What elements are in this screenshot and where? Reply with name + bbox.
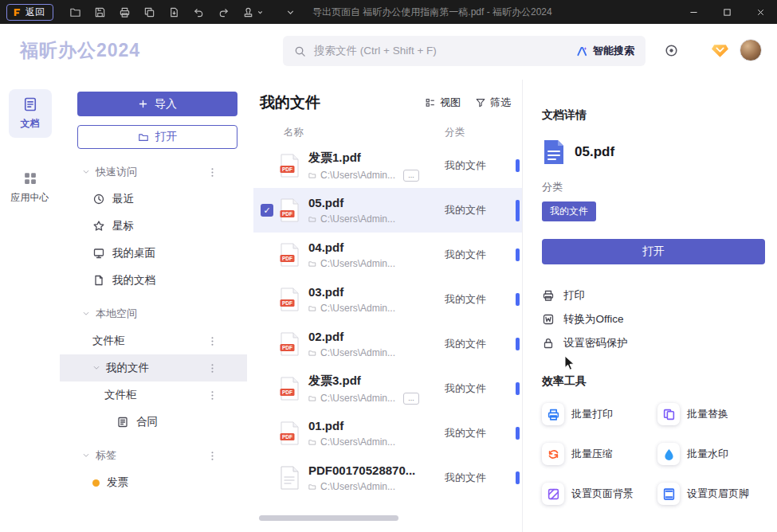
file-row[interactable]: PDF04.pdfC:\Users\Admin...我的文件 xyxy=(253,233,522,277)
file-category: 我的文件 xyxy=(445,337,486,351)
tree-label: 我的桌面 xyxy=(112,246,155,260)
settings-gear-icon[interactable] xyxy=(664,43,679,58)
print-icon[interactable] xyxy=(112,0,137,24)
back-button[interactable]: 返回 xyxy=(6,4,53,21)
category-tag[interactable]: 我的文件 xyxy=(542,201,596,221)
copy-pages-icon[interactable] xyxy=(137,0,162,24)
file-row[interactable]: PDF02.pdfC:\Users\Admin...我的文件 xyxy=(253,322,522,366)
filter-button[interactable]: 筛选 xyxy=(475,96,511,110)
tag-color-dot xyxy=(92,479,100,487)
action-lock[interactable]: 设置密码保护 xyxy=(542,331,764,355)
file-meta: 05.pdfC:\Users\Admin... xyxy=(308,196,395,225)
open-button[interactable]: 打开 xyxy=(77,125,237,149)
file-list-header: 我的文件 视图 筛选 xyxy=(253,80,522,113)
tree-item-3[interactable]: 我的桌面 xyxy=(60,240,247,267)
tree-label: 合同 xyxy=(136,415,158,429)
details-file: 05.pdf xyxy=(542,139,764,166)
search-placeholder: 搜索文件 (Ctrl + Shift + F) xyxy=(314,44,568,58)
tree-item-4[interactable]: 我的文档 xyxy=(60,267,247,294)
details-header: 文档详情 xyxy=(542,108,764,123)
action-word[interactable]: 转换为Office xyxy=(542,307,764,331)
path-more-button[interactable]: ... xyxy=(403,393,419,405)
horizontal-scrollbar[interactable] xyxy=(259,515,398,521)
header-footer-icon xyxy=(657,483,680,505)
file-row[interactable]: PDF01.pdfC:\Users\Admin...我的文件 xyxy=(253,411,522,456)
contract-icon xyxy=(116,416,129,428)
more-options-icon[interactable] xyxy=(206,389,218,401)
file-path: C:\Users\Admin...... xyxy=(308,170,419,182)
more-options-icon[interactable] xyxy=(206,362,218,374)
lock-icon xyxy=(542,337,555,350)
tree-section-5[interactable]: 本地空间 xyxy=(60,300,247,327)
user-avatar[interactable] xyxy=(740,39,762,61)
tree-item-11[interactable]: 发票 xyxy=(60,469,247,496)
smart-search-button[interactable]: 智能搜索 xyxy=(576,44,634,58)
toolbar-expand-icon[interactable] xyxy=(278,0,303,24)
tool-label: 设置页眉页脚 xyxy=(687,487,749,501)
tree-item-1[interactable]: 最近 xyxy=(60,186,247,213)
more-options-icon[interactable] xyxy=(206,450,218,462)
tool-batch-watermark[interactable]: 批量水印 xyxy=(657,443,773,465)
header: 福昕办公2024 搜索文件 (Ctrl + Shift + F) 智能搜索 xyxy=(0,24,777,80)
foxit-logo-icon xyxy=(13,8,22,17)
titlebar: 返回 导出页面自 福昕办公使用指南第一稿.pdf - 福昕办公2024 xyxy=(0,0,777,24)
desktop-icon xyxy=(92,247,105,260)
tool-header-footer[interactable]: 设置页眉页脚 xyxy=(657,483,773,505)
search-bar[interactable]: 搜索文件 (Ctrl + Shift + F) 智能搜索 xyxy=(283,36,646,66)
tree-label: 发票 xyxy=(107,475,128,490)
file-row[interactable]: PDF发票3.pdfC:\Users\Admin......我的文件 xyxy=(253,366,522,411)
file-row[interactable]: PDF发票1.pdfC:\Users\Admin......我的文件 xyxy=(253,143,522,188)
back-label: 返回 xyxy=(26,6,45,19)
chevron-down-icon xyxy=(82,310,90,318)
tool-batch-replace[interactable]: 批量替换 xyxy=(657,403,773,425)
tree-section-10[interactable]: 标签 xyxy=(60,442,247,469)
export-page-icon[interactable] xyxy=(162,0,186,24)
rail-item-documents[interactable]: 文档 xyxy=(9,89,52,138)
tool-batch-print[interactable]: 批量打印 xyxy=(542,403,657,425)
tool-label: 批量水印 xyxy=(687,447,728,461)
file-path-text: C:\Users\Admin... xyxy=(320,393,395,404)
action-label: 打印 xyxy=(563,288,585,303)
tree-item-8[interactable]: 文件柜 xyxy=(60,381,247,409)
file-category: 我的文件 xyxy=(445,248,486,262)
tree-label: 快速访问 xyxy=(96,165,137,179)
close-button[interactable] xyxy=(744,0,777,24)
tree-label: 我的文档 xyxy=(112,273,155,288)
file-name: 02.pdf xyxy=(308,330,395,343)
undo-icon[interactable] xyxy=(186,0,211,24)
tree-item-9[interactable]: 合同 xyxy=(60,409,247,436)
rail-item-app-center[interactable]: 应用中心 xyxy=(9,163,52,212)
file-row[interactable]: ✓PDF05.pdfC:\Users\Admin...我的文件 xyxy=(253,188,522,233)
folder-small-icon xyxy=(308,483,316,491)
vip-badge-icon[interactable] xyxy=(711,42,729,59)
checkbox-checked-icon[interactable]: ✓ xyxy=(261,204,273,217)
document-icon xyxy=(22,96,38,112)
maximize-button[interactable] xyxy=(710,0,744,24)
tool-page-background[interactable]: 设置页面背景 xyxy=(542,483,657,505)
file-row[interactable]: PDF00170528870...C:\Users\Admin...我的文件 xyxy=(253,456,522,500)
minimize-button[interactable] xyxy=(677,0,710,24)
file-name: 03.pdf xyxy=(308,285,395,299)
view-button[interactable]: 视图 xyxy=(425,96,461,110)
tree-item-7[interactable]: 我的文件 xyxy=(60,354,247,381)
save-icon[interactable] xyxy=(88,0,112,24)
tree-item-6[interactable]: 文件柜 xyxy=(60,327,247,354)
tree-section-0[interactable]: 快速访问 xyxy=(60,158,247,186)
more-options-icon[interactable] xyxy=(206,335,218,347)
open-file-icon[interactable] xyxy=(63,0,88,24)
pdf-doc-large-icon xyxy=(542,139,566,166)
tool-batch-compress[interactable]: 批量压缩 xyxy=(542,443,657,465)
chevron-down-icon xyxy=(82,452,90,460)
redo-icon[interactable] xyxy=(211,0,236,24)
stamp-caret-icon[interactable] xyxy=(254,0,265,24)
import-button[interactable]: 导入 xyxy=(77,92,237,116)
path-more-button[interactable]: ... xyxy=(403,170,419,182)
file-meta: 02.pdfC:\Users\Admin... xyxy=(308,330,395,358)
more-options-icon[interactable] xyxy=(206,166,218,178)
file-row[interactable]: PDF03.pdfC:\Users\Admin...我的文件 xyxy=(253,277,522,322)
action-printer[interactable]: 打印 xyxy=(542,284,764,307)
chevron-down-icon xyxy=(82,168,90,176)
tree-item-2[interactable]: 星标 xyxy=(60,213,247,240)
row-accent-mark xyxy=(516,248,520,261)
details-open-button[interactable]: 打开 xyxy=(542,239,765,264)
